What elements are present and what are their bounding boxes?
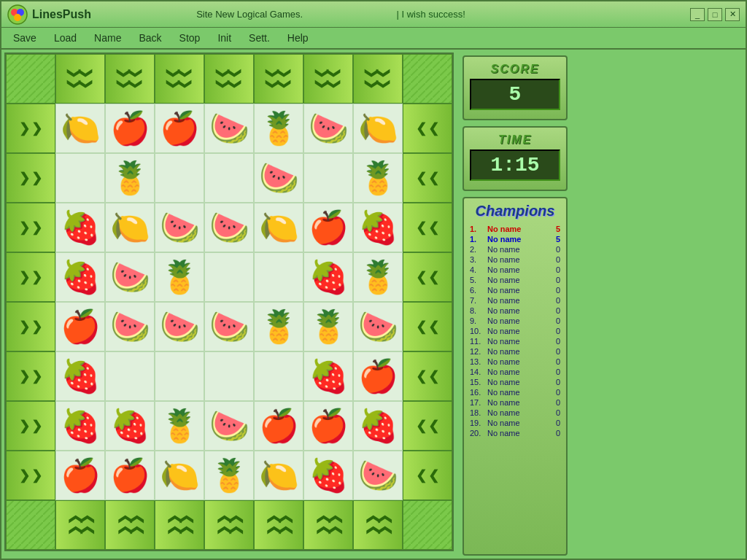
cell-3-1[interactable]: 🍓 [55, 203, 105, 252]
menu-item-help[interactable]: Help [285, 31, 311, 45]
app-logo [7, 4, 28, 25]
content-area: ❯❯ ❯❯ ❯❯ ❯❯ ❯❯ ❯❯ ❯❯ ❯❯ ❯❯ ❯❯ ❯❯ ❯❯ ❯❯ ❯… [1, 50, 746, 560]
champion-row-9: 9. No name 0 [468, 316, 562, 326]
cell-2-3[interactable] [155, 153, 204, 203]
menu-item-stop[interactable]: Stop [177, 31, 204, 45]
menu-item-load[interactable]: Load [51, 31, 80, 45]
cell-3-7[interactable]: 🍓 [353, 203, 403, 252]
cell-5-7[interactable]: 🍉 [353, 302, 403, 351]
cell-6-6[interactable]: 🍓 [303, 351, 353, 401]
cell-2-5[interactable]: 🍉 [254, 153, 303, 203]
cell-1-6[interactable]: 🍉 [303, 104, 353, 153]
champ-rank: 3. [470, 255, 487, 264]
cell-8-7[interactable]: 🍉 [353, 451, 403, 500]
cell-5-2[interactable]: 🍉 [105, 302, 155, 351]
game-board: ❯❯ ❯❯ ❯❯ ❯❯ ❯❯ ❯❯ ❯❯ ❯❯ ❯❯ ❯❯ ❯❯ ❯❯ ❯❯ ❯… [4, 52, 454, 551]
fruit-watermelon: 🍉 [160, 211, 200, 244]
menu-item-sett[interactable]: Sett. [246, 31, 273, 45]
cell-2-4[interactable] [204, 153, 254, 203]
cell-2-7[interactable]: 🍍 [353, 153, 403, 203]
cell-7-5[interactable]: 🍎 [254, 401, 303, 451]
fruit-lemon: 🍋 [160, 459, 200, 491]
cell-5-3[interactable]: 🍉 [155, 302, 204, 351]
cell-1-3[interactable]: 🍎 [155, 104, 204, 153]
cell-3-3[interactable]: 🍉 [155, 203, 204, 252]
champion-row-6: 6. No name 0 [468, 285, 562, 295]
cell-1-7[interactable]: 🍋 [353, 104, 403, 153]
cell-6-0: ❯ ❯ [6, 351, 55, 401]
svg-rect-11 [403, 500, 452, 550]
cell-2-2[interactable]: 🍍 [105, 153, 155, 203]
cell-4-5[interactable] [254, 252, 303, 302]
cell-6-5[interactable] [254, 351, 303, 401]
cell-6-4[interactable] [204, 351, 254, 401]
champion-row-13: 13. No name 0 [468, 357, 562, 367]
cell-4-6[interactable]: 🍓 [303, 252, 353, 302]
cell-8-3[interactable]: 🍋 [155, 451, 204, 500]
cell-5-5[interactable]: 🍍 [254, 302, 303, 351]
cell-1-4[interactable]: 🍉 [204, 104, 254, 153]
cell-5-4[interactable]: 🍉 [204, 302, 254, 351]
cell-9-5: ❯❯ ❯❯ [254, 500, 303, 550]
cell-3-4[interactable]: 🍉 [204, 203, 254, 252]
champ-rank: 1. [470, 225, 487, 233]
champ-score: 0 [546, 327, 560, 335]
champ-rank: 18. [470, 408, 487, 417]
cell-0-1: ❯❯ ❯❯ [55, 54, 105, 104]
cell-4-4[interactable] [204, 252, 254, 302]
cell-8-5[interactable]: 🍋 [254, 451, 303, 500]
fruit-pineapple: 🍍 [309, 311, 349, 343]
cell-7-4[interactable]: 🍉 [204, 401, 254, 451]
menu-item-back[interactable]: Back [136, 31, 164, 45]
cell-3-2[interactable]: 🍋 [105, 203, 155, 252]
cell-5-6[interactable]: 🍍 [303, 302, 353, 351]
cell-7-1[interactable]: 🍓 [55, 401, 105, 451]
cell-4-1[interactable]: 🍓 [55, 252, 105, 302]
champion-row-18: 18. No name 0 [468, 408, 562, 418]
champ-score: 0 [546, 378, 560, 386]
cell-6-1[interactable]: 🍓 [55, 351, 105, 401]
cell-9-6: ❯❯ ❯❯ [303, 500, 353, 550]
fruit-strawberry: 🍓 [110, 410, 150, 442]
champ-rank: 7. [470, 296, 487, 305]
champ-rank: 11. [470, 337, 487, 346]
cell-7-7[interactable]: 🍓 [353, 401, 403, 451]
cell-2-6[interactable] [303, 153, 353, 203]
cell-4-3[interactable]: 🍍 [155, 252, 204, 302]
cell-8-8: ❮ ❮ [403, 451, 452, 500]
champ-score: 5 [546, 235, 560, 244]
cell-1-5[interactable]: 🍍 [254, 104, 303, 153]
champ-name: No name [487, 235, 546, 244]
cell-8-2[interactable]: 🍎 [105, 451, 155, 500]
menu-item-init[interactable]: Init [214, 31, 234, 45]
minimize-button[interactable]: _ [690, 8, 705, 21]
cell-1-2[interactable]: 🍎 [105, 104, 155, 153]
cell-5-1[interactable]: 🍎 [55, 302, 105, 351]
cell-8-4[interactable]: 🍍 [204, 451, 254, 500]
cell-6-7[interactable]: 🍎 [353, 351, 403, 401]
menu-item-name[interactable]: Name [91, 31, 124, 45]
cell-6-2[interactable] [105, 351, 155, 401]
cell-7-3[interactable]: 🍍 [155, 401, 204, 451]
score-label: SCORE [470, 63, 560, 76]
cell-7-2[interactable]: 🍓 [105, 401, 155, 451]
menu-item-save[interactable]: Save [10, 31, 39, 45]
cell-4-2[interactable]: 🍉 [105, 252, 155, 302]
maximize-button[interactable]: □ [708, 8, 722, 21]
champ-score: 0 [546, 357, 560, 366]
cell-7-6[interactable]: 🍎 [303, 401, 353, 451]
champ-rank: 1. [470, 235, 487, 244]
cell-3-5[interactable]: 🍋 [254, 203, 303, 252]
champ-score: 0 [546, 245, 560, 254]
cell-1-1[interactable]: 🍋 [55, 104, 105, 153]
cell-4-7[interactable]: 🍍 [353, 252, 403, 302]
cell-3-6[interactable]: 🍎 [303, 203, 353, 252]
cell-8-0: ❯ ❯ [6, 451, 55, 500]
champ-rank: 12. [470, 347, 487, 356]
cell-8-1[interactable]: 🍎 [55, 451, 105, 500]
cell-8-6[interactable]: 🍓 [303, 451, 353, 500]
cell-2-1[interactable] [55, 153, 105, 203]
cell-6-3[interactable] [155, 351, 204, 401]
close-button[interactable]: ✕ [725, 8, 740, 21]
champ-rank: 9. [470, 316, 487, 325]
